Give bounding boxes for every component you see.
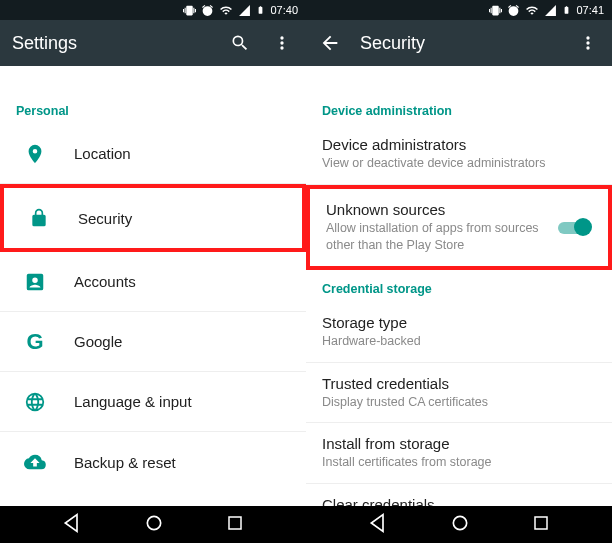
search-button[interactable] <box>228 31 252 55</box>
settings-item-google[interactable]: G Google <box>0 312 306 372</box>
status-time: 07:41 <box>576 4 604 16</box>
nav-back-button[interactable] <box>368 513 388 537</box>
highlight-security: Security <box>0 184 306 252</box>
item-unknown-sources[interactable]: Unknown sources Allow installation of ap… <box>310 189 608 266</box>
settings-item-label: Accounts <box>74 273 136 290</box>
wifi-icon <box>525 4 539 17</box>
item-title: Trusted credentials <box>322 375 596 392</box>
svg-point-2 <box>453 516 466 529</box>
vibrate-icon <box>183 4 196 17</box>
settings-item-label: Location <box>74 145 131 162</box>
vibrate-icon <box>489 4 502 17</box>
navigation-bar <box>0 506 612 543</box>
item-title: Clear credentials <box>322 496 596 506</box>
globe-icon <box>22 389 48 415</box>
battery-icon <box>562 3 571 17</box>
status-bar: 07:40 <box>0 0 306 20</box>
nav-home-button[interactable] <box>450 513 470 537</box>
overflow-menu-button[interactable] <box>270 31 294 55</box>
signal-icon <box>544 4 557 17</box>
app-bar: Security <box>306 20 612 66</box>
spacer <box>0 66 306 92</box>
item-clear-credentials[interactable]: Clear credentials <box>306 484 612 506</box>
item-subtitle: Allow installation of apps from sources … <box>326 220 548 254</box>
svg-rect-3 <box>535 517 547 529</box>
back-button[interactable] <box>318 31 342 55</box>
spacer <box>306 66 612 92</box>
item-title: Unknown sources <box>326 201 548 218</box>
settings-item-label: Language & input <box>74 393 192 410</box>
settings-item-backup[interactable]: Backup & reset <box>0 432 306 492</box>
section-credential-storage: Credential storage <box>306 270 612 302</box>
nav-recents-button[interactable] <box>226 514 244 536</box>
alarm-icon <box>507 4 520 17</box>
item-storage-type[interactable]: Storage type Hardware-backed <box>306 302 612 363</box>
backup-icon <box>22 449 48 475</box>
item-device-administrators[interactable]: Device administrators View or deactivate… <box>306 124 612 185</box>
screen-settings: 07:40 Settings Personal Location Securit… <box>0 0 306 506</box>
svg-rect-1 <box>229 517 241 529</box>
nav-recents-button[interactable] <box>532 514 550 536</box>
item-subtitle: View or deactivate device administrators <box>322 155 596 172</box>
item-subtitle: Install certificates from storage <box>322 454 596 471</box>
page-title: Security <box>360 33 558 54</box>
item-title: Install from storage <box>322 435 596 452</box>
highlight-unknown-sources: Unknown sources Allow installation of ap… <box>306 185 612 270</box>
nav-back-button[interactable] <box>62 513 82 537</box>
settings-item-security[interactable]: Security <box>4 188 302 248</box>
item-title: Storage type <box>322 314 596 331</box>
location-icon <box>22 141 48 167</box>
page-title: Settings <box>12 33 210 54</box>
status-bar: 07:41 <box>306 0 612 20</box>
settings-item-label: Security <box>78 210 132 227</box>
settings-item-location[interactable]: Location <box>0 124 306 184</box>
item-subtitle: Display trusted CA certificates <box>322 394 596 411</box>
section-personal: Personal <box>0 92 306 124</box>
section-device-admin: Device administration <box>306 92 612 124</box>
item-trusted-credentials[interactable]: Trusted credentials Display trusted CA c… <box>306 363 612 424</box>
lock-icon <box>26 205 52 231</box>
settings-item-label: Backup & reset <box>74 454 176 471</box>
item-install-from-storage[interactable]: Install from storage Install certificate… <box>306 423 612 484</box>
svg-point-0 <box>147 516 160 529</box>
battery-icon <box>256 3 265 17</box>
item-title: Device administrators <box>322 136 596 153</box>
google-icon: G <box>22 329 48 355</box>
status-time: 07:40 <box>270 4 298 16</box>
settings-item-accounts[interactable]: Accounts <box>0 252 306 312</box>
unknown-sources-toggle[interactable] <box>558 218 592 236</box>
security-list: Device administration Device administrat… <box>306 66 612 506</box>
overflow-menu-button[interactable] <box>576 31 600 55</box>
wifi-icon <box>219 4 233 17</box>
signal-icon <box>238 4 251 17</box>
account-icon <box>22 269 48 295</box>
settings-list: Personal Location Security Accounts G Go… <box>0 66 306 506</box>
item-subtitle: Hardware-backed <box>322 333 596 350</box>
settings-item-label: Google <box>74 333 122 350</box>
settings-item-language[interactable]: Language & input <box>0 372 306 432</box>
nav-home-button[interactable] <box>144 513 164 537</box>
screen-security: 07:41 Security Device administration Dev… <box>306 0 612 506</box>
alarm-icon <box>201 4 214 17</box>
app-bar: Settings <box>0 20 306 66</box>
